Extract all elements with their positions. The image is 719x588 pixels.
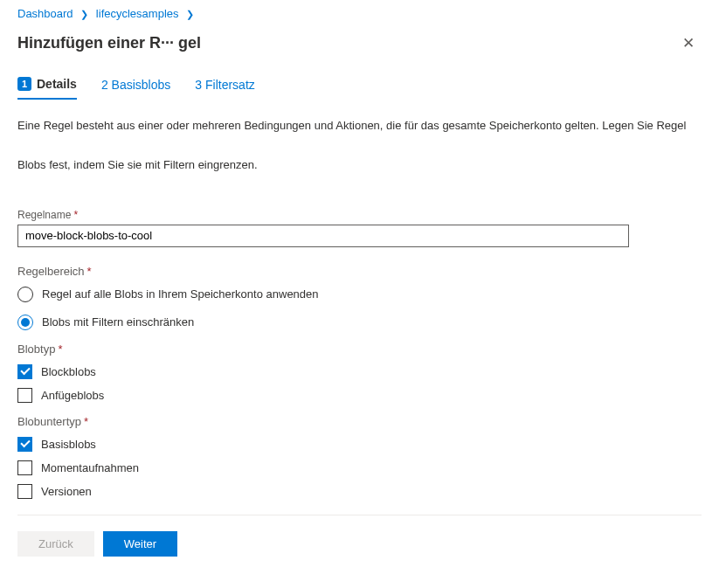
radio-scope-filter[interactable] — [17, 315, 33, 330]
snapshots-row[interactable]: Momentaufnahmen — [17, 460, 702, 475]
tab-details[interactable]: 1 Details — [17, 72, 77, 100]
scope-filter-label: Blobs mit Filtern einschränken — [42, 315, 194, 329]
checkbox-snapshots[interactable] — [17, 460, 32, 475]
chevron-right-icon: ❯ — [76, 9, 93, 19]
page-header: Hinzufügen einer R··· gel ✕ — [0, 24, 719, 72]
page-title: Hinzufügen einer R··· gel — [17, 34, 675, 52]
tab-label: Details — [37, 77, 77, 91]
footer-buttons: Zurück Weiter — [17, 531, 702, 574]
appendblobs-row[interactable]: Anfügeblobs — [17, 388, 702, 403]
required-icon: * — [73, 209, 78, 221]
breadcrumb-dashboard[interactable]: Dashboard — [17, 7, 73, 20]
checkbox-baseblobs[interactable] — [17, 437, 32, 452]
checkbox-versions[interactable] — [17, 484, 32, 499]
rule-scope-label: Regelbereich* — [17, 265, 702, 278]
baseblobs-row[interactable]: Basisblobs — [17, 437, 702, 452]
breadcrumb-lifecyclesamples[interactable]: lifecyclesamples — [96, 7, 179, 20]
scope-all-row[interactable]: Regel auf alle Blobs in Ihrem Speicherko… — [17, 287, 702, 302]
rule-scope-group: Regel auf alle Blobs in Ihrem Speicherko… — [17, 287, 702, 330]
scope-filter-row[interactable]: Blobs mit Filtern einschränken — [17, 315, 702, 330]
blob-type-label: Blobtyp* — [17, 342, 702, 356]
next-button[interactable]: Weiter — [103, 531, 177, 557]
close-icon[interactable]: ✕ — [675, 31, 702, 56]
back-button[interactable]: Zurück — [17, 531, 94, 557]
divider — [17, 515, 702, 515]
required-icon: * — [87, 265, 92, 278]
blob-subtype-label: Blobuntertyp* — [17, 415, 702, 428]
description-text-2: Blobs fest, indem Sie sie mit Filtern ei… — [17, 156, 702, 175]
blockblobs-row[interactable]: Blockblobs — [17, 364, 702, 379]
snapshots-label: Momentaufnahmen — [41, 461, 139, 474]
scope-all-label: Regel auf alle Blobs in Ihrem Speicherko… — [42, 287, 319, 301]
required-icon: * — [58, 342, 62, 356]
checkbox-blockblobs[interactable] — [17, 364, 32, 379]
versions-row[interactable]: Versionen — [17, 484, 702, 499]
tabs: 1 Details 2 Basisblobs 3 Filtersatz — [0, 72, 719, 100]
checkbox-appendblobs[interactable] — [17, 388, 32, 403]
description-text-1: Eine Regel besteht aus einer oder mehrer… — [17, 117, 702, 135]
baseblobs-label: Basisblobs — [41, 438, 96, 451]
blockblobs-label: Blockblobs — [41, 365, 96, 378]
tab-filtersatz[interactable]: 3 Filtersatz — [195, 72, 254, 100]
form-content: Eine Regel besteht aus einer oder mehrer… — [0, 117, 719, 574]
required-icon: * — [84, 415, 88, 428]
radio-scope-all[interactable] — [17, 287, 33, 302]
breadcrumb: Dashboard ❯ lifecyclesamples ❯ — [0, 0, 719, 24]
tab-basisblobs[interactable]: 2 Basisblobs — [101, 72, 170, 100]
rule-name-label: Regelname* — [17, 209, 702, 221]
blob-type-group: Blockblobs Anfügeblobs — [17, 364, 702, 403]
blob-subtype-group: Basisblobs Momentaufnahmen Versionen — [17, 437, 702, 499]
rule-name-input[interactable] — [17, 225, 629, 247]
tab-number-badge: 1 — [17, 77, 31, 91]
appendblobs-label: Anfügeblobs — [41, 389, 104, 402]
chevron-right-icon: ❯ — [182, 9, 198, 19]
versions-label: Versionen — [41, 485, 92, 498]
